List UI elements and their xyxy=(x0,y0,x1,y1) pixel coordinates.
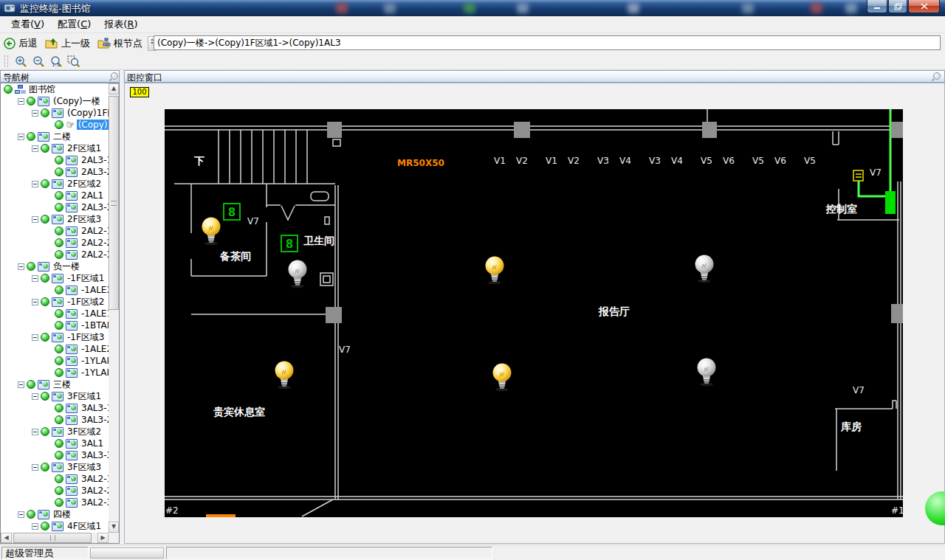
tree-node[interactable]: 负一楼 xyxy=(1,260,109,272)
expander-icon[interactable] xyxy=(32,181,38,187)
expander-icon[interactable] xyxy=(18,511,24,518)
expander-icon[interactable] xyxy=(32,275,38,282)
expander-icon[interactable] xyxy=(32,299,38,305)
switch-icon[interactable] xyxy=(853,170,863,181)
tree-node[interactable]: 三楼 xyxy=(1,378,109,390)
pin-icon[interactable] xyxy=(931,72,941,82)
tree-node[interactable]: -1ALE2 xyxy=(1,343,109,355)
tree-node[interactable]: 4F区域1 xyxy=(1,520,109,532)
menu-item-V[interactable]: 查看(V) xyxy=(4,16,51,32)
bulb-on-icon[interactable] xyxy=(493,364,512,392)
bulb-off-icon[interactable] xyxy=(698,359,716,387)
expander-icon[interactable] xyxy=(32,334,38,341)
junction-box[interactable] xyxy=(702,122,717,138)
hscroll-thumb[interactable] xyxy=(13,533,92,543)
tree-node-label: 2AL1 xyxy=(80,190,105,201)
expander-icon[interactable] xyxy=(32,216,38,223)
tree-node[interactable]: 3F区域1 xyxy=(1,390,109,402)
scroll-up-button[interactable]: ▲ xyxy=(109,83,119,94)
tree-node[interactable]: 四楼 xyxy=(1,508,109,520)
tree-node[interactable]: 3F区域3 xyxy=(1,461,109,473)
junction-box[interactable] xyxy=(514,122,530,138)
zoom-out-button[interactable] xyxy=(30,54,47,69)
toolbar-grip[interactable] xyxy=(4,55,8,67)
tree-node[interactable]: 3AL3-3 xyxy=(1,449,109,461)
app-icon xyxy=(4,2,16,14)
tree-node[interactable]: -1F区域2 xyxy=(1,296,109,308)
menu-item-C[interactable]: 配置(C) xyxy=(51,16,97,32)
junction-box[interactable] xyxy=(327,122,342,138)
tree-node[interactable]: 3AL3-2 xyxy=(1,414,109,426)
tree-node[interactable]: -1F区域3 xyxy=(1,331,109,343)
zoom-actual-button[interactable]: 1:1 xyxy=(47,54,65,69)
back-button[interactable]: 后退 xyxy=(0,35,41,52)
tree-node[interactable]: 3AL2-1 xyxy=(1,473,109,485)
tree-node[interactable]: -1YLAL1 xyxy=(1,355,109,367)
tree-hscrollbar[interactable]: ◀ ▶ xyxy=(1,533,119,543)
maximize-button[interactable] xyxy=(888,0,907,13)
tree-node[interactable]: 2AL2-1 xyxy=(1,225,109,237)
menu-item-R[interactable]: 报表(R) xyxy=(97,16,144,32)
minimize-button[interactable] xyxy=(867,0,887,13)
expander-icon[interactable] xyxy=(18,98,24,105)
bulb-on-icon[interactable] xyxy=(275,362,294,390)
bulb-off-icon[interactable] xyxy=(695,255,714,283)
address-bar-input[interactable] xyxy=(154,35,941,50)
tree-node[interactable]: 图书馆 xyxy=(1,83,109,95)
tree-node[interactable]: 2AL3-3 xyxy=(1,201,109,213)
control-device[interactable] xyxy=(885,191,896,214)
tree-node[interactable]: 2AL2-3 xyxy=(1,249,109,260)
tree-node[interactable]: 2F区域1 xyxy=(1,142,109,154)
tree-node[interactable]: 二楼 xyxy=(1,131,109,142)
tree-node[interactable]: -1YLAL2 xyxy=(1,367,109,378)
sensor-icon[interactable]: 8 xyxy=(224,204,240,220)
title-bar[interactable]: 监控终端-图书馆 xyxy=(0,0,945,16)
expander-icon[interactable] xyxy=(32,110,38,117)
junction-box[interactable] xyxy=(326,307,342,323)
tree-node[interactable]: 3AL2-3 xyxy=(1,497,109,508)
vscroll-thumb[interactable] xyxy=(109,96,119,310)
root-node-button[interactable]: 根节点 xyxy=(94,35,146,52)
close-button[interactable] xyxy=(908,0,940,13)
bulb-off-icon[interactable] xyxy=(289,260,307,288)
scroll-down-button[interactable]: ▼ xyxy=(109,522,119,533)
tree-node[interactable]: 2F区域3 xyxy=(1,213,109,225)
tree-node[interactable]: (Copy)一楼 xyxy=(1,95,109,107)
bulb-on-icon[interactable] xyxy=(202,218,221,246)
tree-node[interactable]: ☞(Copy)1AL3 xyxy=(1,119,109,131)
zoom-in-button[interactable] xyxy=(12,54,30,69)
tree-node[interactable]: 2AL3-1 xyxy=(1,154,109,166)
tree-node[interactable]: 3AL3-1 xyxy=(1,402,109,414)
zoom-fit-button[interactable] xyxy=(65,54,83,69)
tree-node[interactable]: 2AL1 xyxy=(1,190,109,201)
expander-icon[interactable] xyxy=(32,145,38,152)
expander-icon[interactable] xyxy=(18,381,24,388)
tree-vscrollbar[interactable]: ▲ ▼ xyxy=(109,83,119,533)
scroll-right-button[interactable]: ▶ xyxy=(97,533,109,543)
tree-node[interactable]: -1BTAL xyxy=(1,319,109,331)
scroll-left-button[interactable]: ◀ xyxy=(1,533,12,543)
sensor-icon[interactable]: 8 xyxy=(281,235,298,252)
expander-icon[interactable] xyxy=(18,263,24,270)
tree-node[interactable]: 2AL2-2 xyxy=(1,237,109,249)
expander-icon[interactable] xyxy=(32,523,38,530)
floor-plan-canvas[interactable]: V1V2V1V2V3V4V3V4V5V6V5V6V5V7V7V7V788 下 M… xyxy=(165,109,903,517)
pin-icon[interactable] xyxy=(109,72,119,82)
tree-node[interactable]: (Copy)1F区域1 xyxy=(1,107,109,119)
tree-node[interactable]: 3AL1 xyxy=(1,438,109,449)
tree-node[interactable]: -1F区域1 xyxy=(1,272,109,284)
up-level-button[interactable]: 上一级 xyxy=(41,35,94,52)
tree-node[interactable]: -1ALE3 xyxy=(1,284,109,296)
bulb-on-icon[interactable] xyxy=(486,257,504,285)
junction-box[interactable] xyxy=(891,122,903,138)
expander-icon[interactable] xyxy=(32,393,38,400)
tree-node[interactable]: -1ALE1 xyxy=(1,308,109,319)
tree-node[interactable]: 2F区域2 xyxy=(1,178,109,190)
expander-icon[interactable] xyxy=(18,134,24,140)
expander-icon[interactable] xyxy=(32,464,38,471)
tree-node[interactable]: 3F区域2 xyxy=(1,426,109,438)
tree-node[interactable]: 3AL2-2 xyxy=(1,485,109,497)
junction-box[interactable] xyxy=(891,304,903,323)
tree-node[interactable]: 2AL3-2 xyxy=(1,166,109,178)
expander-icon[interactable] xyxy=(32,429,38,435)
